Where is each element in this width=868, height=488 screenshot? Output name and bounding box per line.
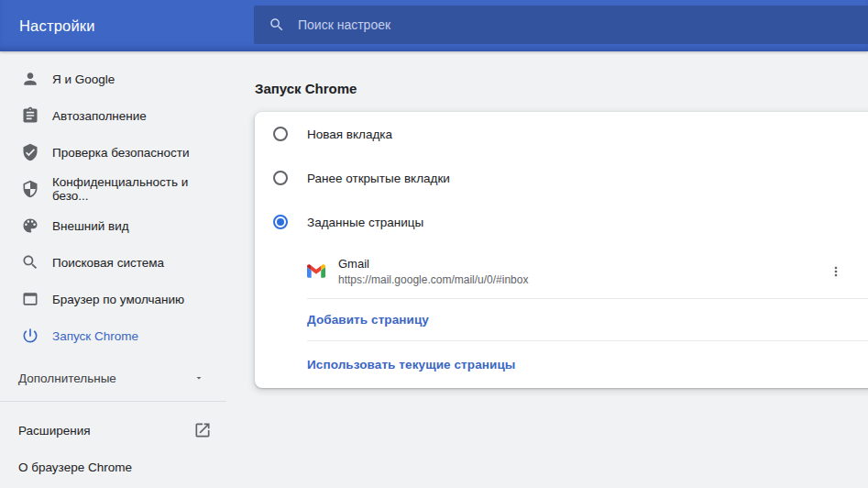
sidebar-item-label: Я и Google	[52, 72, 115, 86]
magnifier-icon	[21, 253, 39, 272]
radio-option-new-tab[interactable]: Новая вкладка	[255, 112, 868, 156]
add-page-label: Добавить страницу	[307, 313, 429, 327]
sidebar-item-safety-check[interactable]: Проверка безопасности	[0, 134, 226, 171]
person-icon	[21, 70, 39, 88]
sidebar-item-label: Конфиденциальность и безо...	[52, 175, 226, 203]
shield-half-icon	[21, 180, 39, 198]
radio-option-open-specific-pages[interactable]: Заданные страницы	[255, 200, 868, 244]
power-icon	[21, 327, 39, 345]
radio-label: Новая вкладка	[307, 128, 392, 141]
radio-button-selected[interactable]	[273, 215, 288, 229]
startup-settings-card: Новая вкладка Ранее открытые вкладки Зад…	[255, 112, 868, 388]
sidebar-divider	[0, 401, 226, 402]
use-current-pages-button[interactable]: Использовать текущие страницы	[255, 341, 868, 388]
section-title: Запуск Chrome	[255, 73, 357, 103]
settings-sidebar: Я и Google Автозаполнение Проверка безоп…	[0, 51, 226, 488]
page-more-actions-button[interactable]	[823, 259, 849, 284]
header-toolbar: Настройки	[0, 0, 868, 51]
extensions-label: Расширения	[18, 424, 91, 438]
page-title: Настройки	[19, 0, 95, 51]
add-page-button[interactable]: Добавить страницу	[255, 299, 868, 340]
radio-button[interactable]	[273, 127, 288, 141]
sidebar-item-you-and-google[interactable]: Я и Google	[0, 61, 226, 97]
sidebar-item-privacy-and-security[interactable]: Конфиденциальность и безо...	[0, 171, 226, 207]
settings-search-box[interactable]	[254, 6, 868, 44]
startup-page-url: https://mail.google.com/mail/u/0/#inbox	[338, 273, 528, 286]
clipboard-icon	[21, 106, 39, 125]
sidebar-item-label: Браузер по умолчанию	[52, 293, 184, 306]
radio-button[interactable]	[273, 171, 288, 185]
advanced-toggle[interactable]: Дополнительные	[0, 360, 226, 396]
kebab-menu-icon	[829, 264, 843, 279]
radio-label: Ранее открытые вкладки	[307, 172, 450, 185]
search-input[interactable]	[298, 17, 868, 32]
sidebar-item-label: Проверка безопасности	[52, 146, 190, 160]
open-in-new-icon	[193, 421, 212, 439]
browser-window-icon	[21, 290, 39, 308]
sidebar-item-default-browser[interactable]: Браузер по умолчанию	[0, 281, 226, 317]
sidebar-item-search-engine[interactable]: Поисковая система	[0, 244, 226, 281]
chevron-down-icon	[193, 372, 204, 383]
sidebar-item-autofill[interactable]: Автозаполнение	[0, 97, 226, 134]
sidebar-item-on-startup[interactable]: Запуск Chrome	[0, 317, 226, 354]
sidebar-item-label: Автозаполнение	[52, 109, 147, 123]
sidebar-item-about-chrome[interactable]: О браузере Chrome	[0, 449, 226, 485]
sidebar-item-label: Поисковая система	[52, 256, 164, 270]
sidebar-item-label: Запуск Chrome	[52, 329, 138, 343]
palette-icon	[21, 216, 39, 235]
about-label: О браузере Chrome	[18, 460, 132, 474]
use-current-pages-label: Использовать текущие страницы	[307, 358, 515, 372]
shield-check-icon	[21, 143, 39, 161]
search-icon	[269, 17, 285, 33]
radio-label: Заданные страницы	[307, 216, 423, 229]
radio-option-continue-where-left-off[interactable]: Ранее открытые вкладки	[255, 156, 868, 200]
startup-page-info: Gmail https://mail.google.com/mail/u/0/#…	[338, 257, 528, 286]
sidebar-item-label: Внешний вид	[52, 219, 129, 233]
sidebar-item-extensions[interactable]: Расширения	[0, 412, 226, 449]
advanced-label: Дополнительные	[18, 372, 116, 385]
gmail-icon	[307, 264, 325, 278]
startup-page-title: Gmail	[338, 257, 528, 271]
sidebar-item-appearance[interactable]: Внешний вид	[0, 207, 226, 244]
startup-page-row[interactable]: Gmail https://mail.google.com/mail/u/0/#…	[255, 244, 868, 298]
